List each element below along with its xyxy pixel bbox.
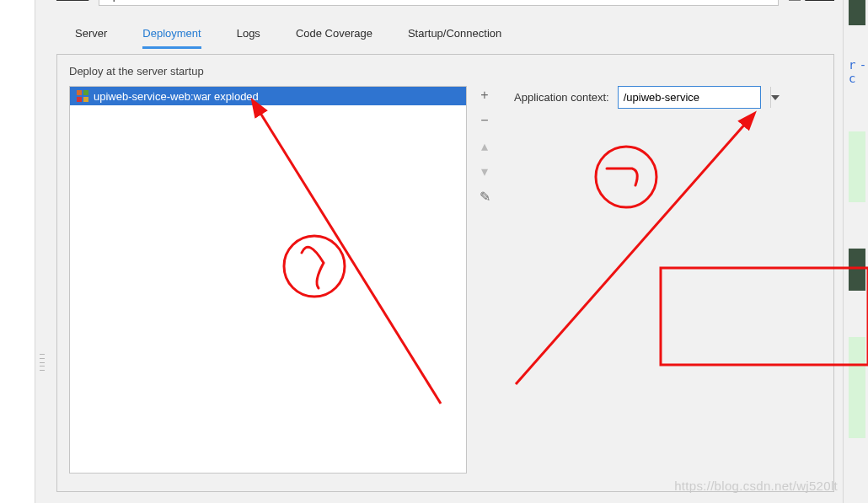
remove-button[interactable]: −: [477, 113, 492, 128]
fold-marker: r - c: [849, 58, 865, 85]
tab-logs[interactable]: Logs: [237, 27, 260, 49]
drag-handle[interactable]: [40, 354, 45, 371]
tab-bar: Server Deployment Logs Code Coverage Sta…: [56, 15, 834, 49]
svg-rect-3: [83, 97, 88, 102]
artifact-item[interactable]: upiweb-service-web:war exploded: [70, 87, 466, 105]
application-context-label: Application context:: [514, 86, 609, 104]
artifact-text: upiweb-service-web:war exploded: [94, 90, 259, 103]
move-up-button[interactable]: ▴: [477, 138, 492, 153]
svg-rect-0: [77, 90, 82, 95]
overview-ruler: r - c: [843, 0, 868, 503]
add-button[interactable]: +: [477, 88, 492, 103]
share-label: Share: [805, 0, 834, 2]
tab-server[interactable]: Server: [75, 27, 107, 49]
application-context-combo[interactable]: [618, 86, 761, 109]
svg-rect-2: [77, 97, 82, 102]
tab-code-coverage[interactable]: Code Coverage: [296, 27, 372, 49]
name-label: Name:: [56, 0, 88, 2]
application-context-input[interactable]: [619, 87, 770, 108]
tab-deployment[interactable]: Deployment: [142, 27, 201, 49]
deploy-section-label: Deploy at the server startup: [69, 65, 822, 78]
dialog-main: Name: Share Server Deployment Logs Code …: [48, 0, 843, 503]
checkbox-icon: [789, 0, 801, 1]
share-checkbox[interactable]: Share: [789, 0, 834, 2]
chevron-down-icon[interactable]: [770, 87, 780, 108]
list-toolbar: + − ▴ ▾ ✎: [475, 86, 494, 204]
tab-startup-connection[interactable]: Startup/Connection: [408, 27, 501, 49]
deployment-panel: Deploy at the server startup upiweb-serv…: [56, 54, 834, 492]
edit-button[interactable]: ✎: [477, 189, 492, 204]
artifact-list[interactable]: upiweb-service-web:war exploded: [69, 86, 467, 474]
config-name-input[interactable]: [99, 0, 779, 6]
artifact-icon: [77, 90, 88, 102]
move-down-button[interactable]: ▾: [477, 163, 492, 179]
svg-rect-1: [83, 90, 88, 95]
watermark: https://blog.csdn.net/wj520lt: [674, 479, 838, 493]
